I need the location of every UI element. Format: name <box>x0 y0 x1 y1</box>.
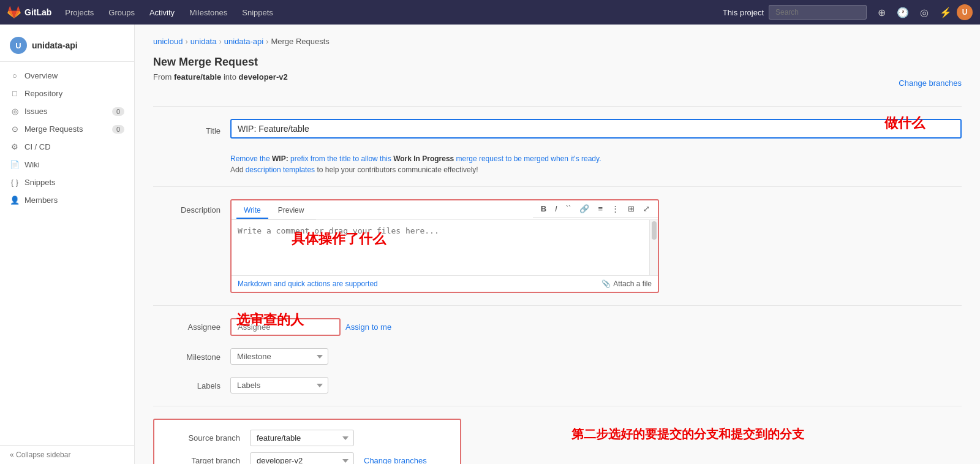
sidebar-item-overview[interactable]: ○ Overview <box>0 67 134 85</box>
breadcrumb-unidata-api[interactable]: unidata-api <box>224 37 263 46</box>
toolbar-code[interactable]: `` <box>563 203 575 215</box>
nav-projects[interactable]: Projects <box>59 6 100 20</box>
attach-icon: 📎 <box>601 280 611 288</box>
sidebar-user: U unidata-api <box>0 32 134 62</box>
branch-annotation: 第二步选好的要提交的分支和提交到的分支 <box>571 426 804 443</box>
labels-label: Labels <box>153 377 221 390</box>
breadcrumb: unicloud › unidata › unidata-api › Merge… <box>153 37 962 46</box>
source-branch-label-text: Source branch <box>167 433 240 443</box>
toolbar-italic[interactable]: I <box>552 203 560 215</box>
target-branch-label-text: Target branch <box>167 456 240 464</box>
gitlab-logo[interactable]: GitLab <box>7 6 51 19</box>
snippets-icon: { } <box>10 178 20 187</box>
assign-me-link[interactable]: Assign to me <box>345 322 391 332</box>
desc-tab-preview[interactable]: Preview <box>271 203 312 219</box>
toolbar-table[interactable]: ⊞ <box>625 203 638 215</box>
nav-search-input[interactable] <box>769 5 867 20</box>
wip-notice: Remove the WIP: prefix from the title to… <box>230 154 962 163</box>
milestone-label: Milestone <box>153 348 221 362</box>
sidebar-item-issues[interactable]: ◎ Issues 0 <box>0 102 134 120</box>
desc-scrollbar <box>649 220 658 275</box>
target-branch-row: Target branch developer-v2 Change branch… <box>167 452 448 464</box>
sidebar-item-label-repository: Repository <box>24 89 62 98</box>
sidebar-item-label-cicd: CI / CD <box>24 142 51 151</box>
nav-issue-icon[interactable]: ◎ <box>918 4 931 21</box>
toolbar-bold[interactable]: B <box>538 203 549 215</box>
source-branch-label: feature/table <box>174 72 221 82</box>
page-subtitle: From feature/table into developer-v2 <box>153 72 288 82</box>
collapse-sidebar-label: « Collapse sidebar <box>10 451 70 459</box>
labels-select[interactable]: Labels <box>230 377 328 394</box>
toolbar-link[interactable]: 🔗 <box>576 203 592 215</box>
issues-icon: ◎ <box>10 107 20 116</box>
branch-section: Source branch feature/table Target branc… <box>153 419 461 464</box>
nav-avatar[interactable]: U <box>957 4 973 20</box>
nav-milestones[interactable]: Milestones <box>183 6 233 20</box>
sidebar-avatar: U <box>10 37 27 54</box>
breadcrumb-merge-requests: Merge Requests <box>271 37 329 46</box>
sidebar: U unidata-api ○ Overview □ Repository ◎ … <box>0 25 135 464</box>
top-nav: GitLab Projects Groups Activity Mileston… <box>0 0 980 25</box>
breadcrumb-unicloud[interactable]: unicloud <box>153 37 183 46</box>
scrollbar-thumb <box>652 221 657 240</box>
issues-badge: 0 <box>112 107 124 116</box>
desc-toolbar: B I `` 🔗 ≡ ⋮ ⊞ ⤢ <box>533 200 658 218</box>
description-textarea[interactable] <box>232 220 649 275</box>
wiki-icon: 📄 <box>10 160 20 169</box>
assignee-input[interactable] <box>230 318 341 336</box>
sidebar-item-label-overview: Overview <box>24 71 58 80</box>
description-tabs: Write Preview <box>232 200 316 219</box>
nav-groups[interactable]: Groups <box>102 6 141 20</box>
nav-snippets[interactable]: Snippets <box>236 6 279 20</box>
description-editor: Write Preview B I `` 🔗 ≡ ⋮ ⊞ ⤢ <box>230 199 659 293</box>
toolbar-ul[interactable]: ≡ <box>595 203 606 215</box>
breadcrumb-unidata[interactable]: unidata <box>190 37 217 46</box>
milestone-select[interactable]: Milestone <box>230 348 328 365</box>
sidebar-item-label-snippets: Snippets <box>24 178 56 187</box>
source-branch-row: Source branch feature/table <box>167 430 448 446</box>
overview-icon: ○ <box>10 71 20 80</box>
merge-requests-badge: 0 <box>112 125 124 134</box>
sidebar-item-label-merge-requests: Merge Requests <box>24 124 83 134</box>
change-branches-link-2[interactable]: Change branches <box>364 456 427 464</box>
nav-activity[interactable]: Activity <box>143 6 181 20</box>
markdown-note[interactable]: Markdown and quick actions are supported <box>238 280 378 288</box>
page-title: New Merge Request <box>153 56 962 69</box>
this-project-label: This project <box>723 8 764 17</box>
repository-icon: □ <box>10 89 20 98</box>
breadcrumb-sep-3: › <box>266 37 268 46</box>
collapse-sidebar-button[interactable]: « Collapse sidebar <box>0 445 134 464</box>
target-branch-select[interactable]: developer-v2 <box>250 452 354 464</box>
desc-tab-write[interactable]: Write <box>236 203 268 219</box>
sidebar-item-members[interactable]: 👤 Members <box>0 191 134 209</box>
desc-footer: Markdown and quick actions are supported… <box>232 275 658 292</box>
nav-merge-icon[interactable]: ⚡ <box>937 4 954 21</box>
sidebar-item-merge-requests[interactable]: ⊙ Merge Requests 0 <box>0 120 134 138</box>
cicd-icon: ⚙ <box>10 142 20 151</box>
sidebar-item-label-members: Members <box>24 196 58 205</box>
breadcrumb-sep-2: › <box>219 37 221 46</box>
description-label: Description <box>153 199 221 215</box>
sidebar-item-wiki[interactable]: 📄 Wiki <box>0 156 134 173</box>
title-input[interactable] <box>230 119 962 139</box>
toolbar-ol[interactable]: ⋮ <box>608 203 622 215</box>
source-branch-select[interactable]: feature/table <box>250 430 354 446</box>
nav-plus-icon[interactable]: ⊕ <box>875 4 888 21</box>
gitlab-wordmark: GitLab <box>24 7 51 17</box>
nav-clock-icon[interactable]: 🕐 <box>894 4 911 21</box>
from-label: From <box>153 72 172 82</box>
sidebar-item-cicd[interactable]: ⚙ CI / CD <box>0 138 134 156</box>
change-branches-link[interactable]: Change branches <box>899 78 962 88</box>
attach-file[interactable]: 📎 Attach a file <box>601 280 652 288</box>
target-branch-label: developer-v2 <box>238 72 287 82</box>
desc-template-link[interactable]: description templates <box>246 165 315 174</box>
into-label: into <box>224 72 239 82</box>
breadcrumb-sep-1: › <box>185 37 187 46</box>
toolbar-fullscreen[interactable]: ⤢ <box>640 203 653 215</box>
assignee-row: Assign to me <box>230 318 962 336</box>
sidebar-item-repository[interactable]: □ Repository <box>0 85 134 102</box>
members-icon: 👤 <box>10 196 20 205</box>
sidebar-item-snippets[interactable]: { } Snippets <box>0 173 134 191</box>
sidebar-item-label-issues: Issues <box>24 107 48 116</box>
sidebar-project-name: unidata-api <box>32 40 78 50</box>
